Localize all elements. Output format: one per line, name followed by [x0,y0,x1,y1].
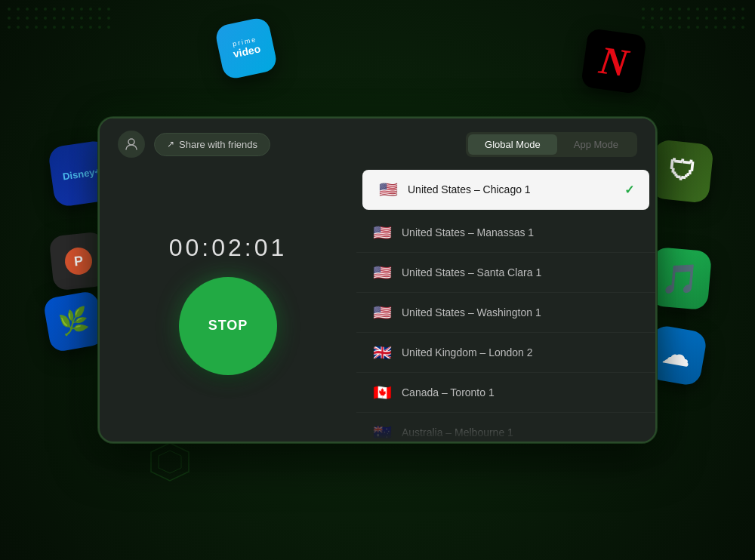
server-flag: 🇦🇺 [371,422,393,442]
spotify-symbol: 🎵 [660,259,701,297]
server-flag: 🇺🇸 [371,222,393,243]
left-panel: 00:02:01 STOP [100,167,356,442]
top-bar: ↗ Share with friends Global Mode App Mod… [100,118,655,167]
connection-timer: 00:02:01 [169,234,288,262]
vpn-window: ↗ Share with friends Global Mode App Mod… [98,117,657,443]
server-flag: 🇺🇸 [378,179,399,200]
server-list-item[interactable]: 🇦🇺Australia – Melbourne 1 [356,413,655,442]
server-flag: 🇺🇸 [371,262,393,283]
disney-label: Disney+ [62,165,101,182]
server-flag: 🇨🇦 [371,382,393,403]
server-list: 🇺🇸United States – Chicago 1✓🇺🇸United Sta… [356,167,655,442]
content-area: 00:02:01 STOP 🇺🇸United States – Chicago … [100,167,655,442]
server-list-item[interactable]: 🇬🇧United Kingdom – London 2 [356,333,655,373]
stop-button-label: STOP [208,318,248,334]
mode-tabs: Global Mode App Mode [466,132,637,157]
server-name: United States – Manassas 1 [402,226,640,238]
server-name: Australia – Melbourne 1 [402,426,640,438]
ph-letter: P [73,253,84,269]
sportsbook-icon: 🛡 [649,139,714,204]
global-mode-tab[interactable]: Global Mode [468,134,557,155]
server-flag: 🇺🇸 [371,302,393,323]
top-bar-left: ↗ Share with friends [118,131,270,158]
hex-decoration-bottom [147,439,193,485]
server-list-item[interactable]: 🇺🇸United States – Manassas 1 [356,213,655,253]
server-flag: 🇬🇧 [371,342,393,363]
avatar-button[interactable] [118,131,145,158]
right-panel: 🇺🇸United States – Chicago 1✓🇺🇸United Sta… [356,167,655,442]
stop-button[interactable]: STOP [179,277,277,375]
user-icon [125,137,138,151]
spotify-icon: 🎵 [649,247,713,311]
server-name: Canada – Toronto 1 [402,386,640,398]
server-list-item[interactable]: 🇺🇸United States – Santa Clara 1 [356,253,655,293]
ph-symbol: P [63,246,94,276]
share-icon: ↗ [167,139,174,149]
dot-grid-top-right [642,8,747,32]
share-with-friends-button[interactable]: ↗ Share with friends [154,133,270,156]
server-name: United Kingdom – London 2 [402,346,640,358]
netflix-logo: N [596,37,630,85]
server-list-item[interactable]: 🇺🇸United States – Chicago 1✓ [362,170,649,210]
share-button-label: Share with friends [179,139,257,150]
server-list-item[interactable]: 🇺🇸United States – Washington 1 [356,293,655,333]
svg-point-2 [128,139,134,145]
server-name: United States – Washington 1 [402,306,640,318]
server-name: United States – Santa Clara 1 [402,266,640,278]
svg-marker-1 [159,451,181,473]
server-list-item[interactable]: 🇨🇦Canada – Toronto 1 [356,373,655,413]
netflix-icon: N [581,28,647,94]
server-name: United States – Chicago 1 [408,183,615,195]
dot-grid-top-left [8,8,113,32]
svg-marker-0 [151,443,189,481]
app-mode-label: App Mode [574,139,618,150]
selected-checkmark: ✓ [624,183,634,197]
app-mode-tab[interactable]: App Mode [557,134,635,155]
global-mode-label: Global Mode [485,139,541,150]
sourcetree-symbol: 🌿 [57,305,91,338]
sourcetree-icon: 🌿 [42,290,105,352]
sportsbook-symbol: 🛡 [667,154,697,189]
onedrive-symbol: ☁ [661,337,693,374]
